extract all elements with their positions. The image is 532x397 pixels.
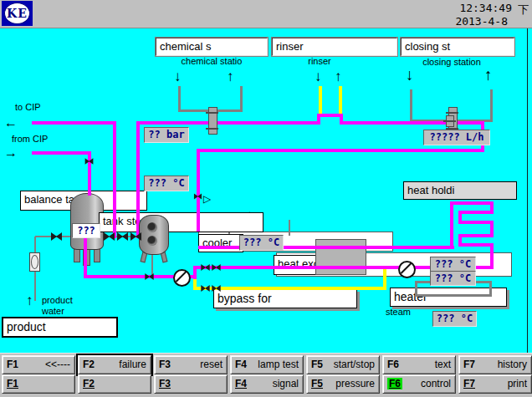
bypass-label[interactable]: bypass for xyxy=(213,289,357,308)
fkey-code: F1 xyxy=(7,359,18,370)
fkey-row1-f5[interactable]: F5 start/stop xyxy=(306,355,380,374)
flow-indicator-icon xyxy=(29,252,40,272)
fkey-label: pressure xyxy=(335,378,375,389)
pipe-main-supply xyxy=(136,121,320,125)
fkey-code: F7 xyxy=(463,378,475,389)
fkey-row2-f5[interactable]: F5 pressure xyxy=(306,374,380,394)
pipe-rinser-line xyxy=(339,86,342,117)
fkey-label: signal xyxy=(273,378,299,389)
pressure-display: ?? bar xyxy=(144,127,189,143)
valve-icon xyxy=(212,264,220,271)
heater-temp-display: ??? °C xyxy=(432,311,477,327)
fkey-code: F6 xyxy=(387,378,402,389)
fkey-row2-f3[interactable]: F3 xyxy=(154,374,228,394)
flow-display: ????? L/h xyxy=(423,130,490,145)
arrow-up-icon: ↑ xyxy=(227,69,234,85)
clock-date: 2013-4-8 xyxy=(414,15,508,28)
pipe-to-cip xyxy=(113,121,116,238)
fkey-row1-f1[interactable]: F1 <<---- xyxy=(2,355,75,374)
pipe-closing-bracket xyxy=(490,89,493,122)
fkey-label: failure xyxy=(119,359,146,370)
valve-icon xyxy=(201,264,209,271)
fkey-row1-f2[interactable]: F2 failure xyxy=(78,355,151,374)
pipe-main-supply xyxy=(343,121,484,125)
fkey-row2-f6[interactable]: F6 control xyxy=(382,374,456,394)
arrow-right-icon: → xyxy=(4,145,18,161)
arrow-up-icon: ↑ xyxy=(26,293,33,309)
to-cip-label: to CIP xyxy=(15,102,41,112)
pipe-chemical-bracket xyxy=(240,86,243,112)
product-label[interactable]: product xyxy=(2,317,118,338)
booster-pump-icon xyxy=(398,261,416,278)
function-key-bar: F1 <<---- F2 failure F3 reset F4 lamp te… xyxy=(0,353,532,397)
fkey-label: lamp test xyxy=(258,359,299,370)
valve-icon xyxy=(104,232,115,241)
rinser-caption: rinser xyxy=(286,56,353,66)
fkey-code: F6 xyxy=(387,359,399,370)
valve-icon xyxy=(117,232,128,241)
fkey-row2-f1[interactable]: F1 xyxy=(2,374,75,394)
hmi-screen: KE 12:34:49 下 2013-4-8 chemical s rinser… xyxy=(0,0,532,397)
sight-glass-icon xyxy=(147,236,157,246)
chemical-station-field[interactable]: chemical s xyxy=(156,38,268,56)
fkey-code: F2 xyxy=(83,378,95,389)
pipe-coil xyxy=(458,234,494,237)
valve-icon xyxy=(85,158,94,165)
pipe-bypass xyxy=(383,266,386,290)
cip-temp-display: ??? °C xyxy=(144,176,189,191)
fkey-code: F5 xyxy=(311,378,323,389)
company-logo-icon: KE xyxy=(2,1,33,26)
fkey-label: reset xyxy=(200,359,223,370)
pipe-coil xyxy=(458,221,494,224)
fkey-code: F4 xyxy=(235,378,247,389)
fkey-row1-f6[interactable]: F6 text xyxy=(382,355,456,374)
arrow-down-icon: ↓ xyxy=(174,69,182,85)
fkey-row1-f3[interactable]: F3 reset xyxy=(154,355,228,374)
closing-station-field[interactable]: closing st xyxy=(401,38,514,56)
pipe-closing-bracket xyxy=(410,89,412,122)
pipe-from-cip xyxy=(32,151,91,155)
cooler-label[interactable]: cooler xyxy=(198,234,243,252)
pipe-loop-down xyxy=(197,149,200,232)
pipe-bypass xyxy=(193,287,386,290)
fkey-row1-f7[interactable]: F7 history xyxy=(458,355,532,374)
fkey-code: F7 xyxy=(463,359,475,370)
feed-pump-icon xyxy=(173,269,191,287)
product-water-label: product xyxy=(42,295,73,305)
tank-level-display: ??? xyxy=(72,223,100,238)
cooler-temp-display: ??? °C xyxy=(239,235,284,251)
pipe-cooler-line xyxy=(198,246,454,249)
flow-valve-icon xyxy=(446,115,454,127)
fkey-code: F2 xyxy=(83,359,95,370)
chemical-valve-manifold-icon xyxy=(208,107,217,135)
fkey-code: F1 xyxy=(7,378,18,389)
process-mimic: chemical s rinser closing st chemical st… xyxy=(0,28,532,353)
arrow-down-icon: ↓ xyxy=(315,69,322,85)
clock-period: 下 xyxy=(518,3,529,18)
arrow-up-icon: ↑ xyxy=(335,69,342,85)
fkey-label: start/stop xyxy=(334,359,375,370)
tank-steri-label[interactable]: tank steri xyxy=(99,212,263,232)
hx-temp-lower-display: ??? °C xyxy=(430,271,476,286)
arrow-right-icon: ▷ xyxy=(203,191,211,207)
heat-holding-label[interactable]: heat holdi xyxy=(403,181,517,200)
fkey-row2-f4[interactable]: F4 signal xyxy=(230,374,304,394)
logo-text: KE xyxy=(4,3,30,24)
sight-glass-icon xyxy=(147,222,157,232)
pipe-coil xyxy=(450,201,453,249)
pipe-coil xyxy=(458,243,494,247)
pipe-cooling-water xyxy=(289,220,290,236)
pipe-tank-outlet xyxy=(84,237,87,278)
fkey-label: print xyxy=(508,378,527,389)
product-water-label: water xyxy=(42,306,64,316)
arrow-left-icon: ← xyxy=(4,115,18,131)
title-bar: KE 12:34:49 下 2013-4-8 xyxy=(0,0,532,28)
fkey-label: control xyxy=(421,378,451,389)
fkey-row2-f2[interactable]: F2 xyxy=(78,374,151,394)
fkey-row2-f7[interactable]: F7 print xyxy=(458,374,532,394)
rinser-station-field[interactable]: rinser xyxy=(272,38,397,56)
from-cip-label: from CIP xyxy=(12,134,48,144)
fkey-row1-f4[interactable]: F4 lamp test xyxy=(230,355,304,374)
valve-icon xyxy=(194,194,202,200)
pipe-coil xyxy=(458,211,494,214)
